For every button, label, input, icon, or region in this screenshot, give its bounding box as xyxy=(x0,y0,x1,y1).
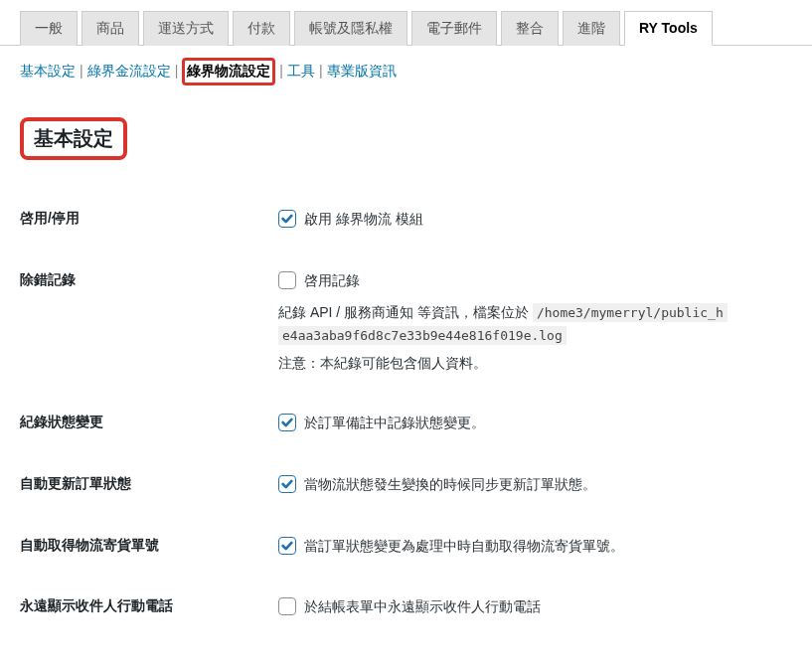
debug-checkbox[interactable] xyxy=(278,271,296,289)
row-label-enable: 啓用/停用 xyxy=(20,190,278,252)
row-label-auto-update: 自動更新訂單狀態 xyxy=(20,455,278,517)
subnav-item-4[interactable]: 專業版資訊 xyxy=(327,63,397,79)
auto-get-checkbox-label[interactable]: 當訂單狀態變更為處理中時自動取得物流寄貨單號。 xyxy=(278,535,624,559)
row-label-auto-get: 自動取得物流寄貨單號 xyxy=(20,517,278,579)
subnav-separator: | xyxy=(275,63,287,79)
subnav-separator: | xyxy=(315,63,327,79)
debug-checkbox-label[interactable]: 啓用記錄 xyxy=(278,269,360,293)
subnav-item-3[interactable]: 工具 xyxy=(287,63,315,79)
auto-get-checkbox[interactable] xyxy=(278,537,296,555)
always-phone-checkbox[interactable] xyxy=(278,597,296,615)
auto-update-checkbox-text: 當物流狀態發生變換的時候同步更新訂單狀態。 xyxy=(304,473,596,497)
debug-log-path-1: /home3/mymerryl/public_h xyxy=(533,303,728,322)
row-label-status-change: 紀錄狀態變更 xyxy=(20,394,278,455)
row-label-always-phone: 永遠顯示收件人行動電話 xyxy=(20,578,278,641)
debug-desc-line2: 注意：本紀錄可能包含個人資料。 xyxy=(278,352,792,376)
tab-3[interactable]: 付款 xyxy=(233,11,290,46)
tab-4[interactable]: 帳號及隱私權 xyxy=(294,11,407,46)
always-phone-checkbox-label[interactable]: 於結帳表單中永遠顯示收件人行動電話 xyxy=(278,595,541,619)
debug-desc-line1: 紀錄 API / 服務商通知 等資訊，檔案位於 /home3/mymerryl/… xyxy=(278,301,792,325)
subnav-separator: | xyxy=(76,63,87,79)
tab-1[interactable]: 商品 xyxy=(81,11,139,46)
tab-8[interactable]: RY Tools xyxy=(624,11,713,46)
tab-2[interactable]: 運送方式 xyxy=(143,11,229,46)
auto-update-checkbox-label[interactable]: 當物流狀態發生變換的時候同步更新訂單狀態。 xyxy=(278,473,596,497)
subnav-item-2[interactable]: 綠界物流設定 xyxy=(187,63,270,79)
debug-log-path-2: e4aa3aba9f6d8c7e33b9e44e816f019e.log xyxy=(278,326,567,345)
settings-form: 啓用/停用 啟用 綠界物流 模組 除錯記錄 啓用記錄 紀錄 API xyxy=(20,190,792,641)
status-change-checkbox-text: 於訂單備註中記錄狀態變更。 xyxy=(304,412,485,435)
enable-checkbox-label[interactable]: 啟用 綠界物流 模組 xyxy=(278,208,423,232)
auto-update-checkbox[interactable] xyxy=(278,475,296,493)
debug-checkbox-text: 啓用記錄 xyxy=(304,269,360,293)
auto-get-checkbox-text: 當訂單狀態變更為處理中時自動取得物流寄貨單號。 xyxy=(304,535,624,559)
row-label-debug: 除錯記錄 xyxy=(20,252,278,394)
tab-5[interactable]: 電子郵件 xyxy=(411,11,497,46)
subnav-item-1[interactable]: 綠界金流設定 xyxy=(87,63,171,79)
always-phone-checkbox-text: 於結帳表單中永遠顯示收件人行動電話 xyxy=(304,595,541,619)
status-change-checkbox-label[interactable]: 於訂單備註中記錄狀態變更。 xyxy=(278,412,485,435)
tab-7[interactable]: 進階 xyxy=(563,11,620,46)
enable-checkbox[interactable] xyxy=(278,210,296,228)
enable-checkbox-text: 啟用 綠界物流 模組 xyxy=(304,208,423,232)
top-tabs: 一般商品運送方式付款帳號及隱私權電子郵件整合進階RY Tools xyxy=(0,0,812,46)
subnav-separator: | xyxy=(171,63,183,79)
section-title: 基本設定 xyxy=(20,117,127,160)
status-change-checkbox[interactable] xyxy=(278,414,296,431)
tab-6[interactable]: 整合 xyxy=(501,11,559,46)
subnav-item-0[interactable]: 基本設定 xyxy=(20,63,76,79)
sub-nav: 基本設定|綠界金流設定|綠界物流設定|工具|專業版資訊 xyxy=(0,46,812,97)
tab-0[interactable]: 一般 xyxy=(20,11,78,46)
